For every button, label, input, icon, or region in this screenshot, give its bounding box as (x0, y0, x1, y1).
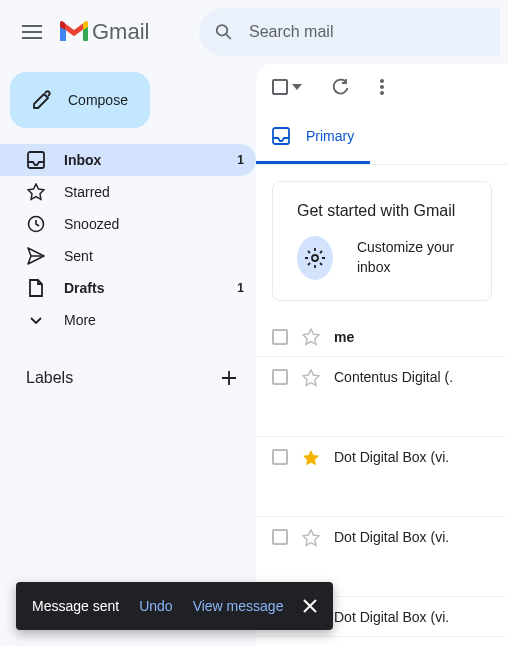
caret-down-icon (292, 84, 302, 90)
nav-sent[interactable]: Sent (0, 240, 256, 272)
nav-label: Starred (64, 184, 244, 200)
view-message-button[interactable]: View message (193, 598, 284, 614)
hamburger-icon (22, 25, 42, 39)
clock-icon (27, 215, 45, 233)
svg-point-2 (217, 25, 228, 36)
toast: Message sent Undo View message (16, 582, 333, 630)
svg-point-5 (380, 79, 384, 83)
get-started-card: Get started with Gmail Customize your in… (272, 181, 492, 301)
email-checkbox[interactable] (272, 369, 288, 385)
star-button[interactable] (302, 529, 320, 547)
star-outline-icon (302, 328, 320, 346)
pencil-icon (32, 90, 52, 110)
sidebar: Compose Inbox 1 Starred Snoozed Sent (0, 64, 256, 646)
star-button[interactable] (302, 328, 320, 346)
email-checkbox[interactable] (272, 529, 288, 545)
nav-drafts[interactable]: Drafts 1 (0, 272, 256, 304)
labels-section: Labels (0, 358, 256, 398)
customize-text: Customize your inbox (357, 238, 467, 277)
checkbox-icon (272, 79, 288, 95)
labels-title: Labels (26, 369, 73, 387)
search-bar[interactable] (199, 8, 500, 56)
gmail-text: Gmail (92, 19, 149, 45)
email-row[interactable]: Contentus Digital (. (256, 357, 508, 437)
get-started-title: Get started with Gmail (297, 202, 467, 220)
nav: Inbox 1 Starred Snoozed Sent Drafts 1 (0, 144, 256, 336)
svg-point-6 (380, 85, 384, 89)
email-row[interactable]: me (256, 317, 508, 357)
main-menu-button[interactable] (8, 8, 56, 56)
star-button[interactable] (302, 369, 320, 387)
compose-button[interactable]: Compose (10, 72, 150, 128)
search-input[interactable] (249, 23, 484, 41)
nav-more[interactable]: More (0, 304, 256, 336)
email-sender: Dot Digital Box (vi. (334, 609, 449, 625)
email-sender: Dot Digital Box (vi. (334, 449, 449, 465)
toast-close-button[interactable] (303, 599, 317, 613)
tab-label: Primary (306, 128, 354, 144)
nav-label: Sent (64, 248, 244, 264)
star-filled-icon (302, 449, 320, 467)
customize-inbox-item[interactable]: Customize your inbox (297, 236, 467, 280)
email-sender: me (334, 329, 354, 345)
close-icon (303, 599, 317, 613)
email-sender: Contentus Digital (. (334, 369, 453, 385)
gmail-logo[interactable]: Gmail (60, 19, 149, 45)
add-label-button[interactable] (220, 369, 238, 387)
plus-icon (220, 369, 238, 387)
toolbar (256, 64, 508, 110)
nav-label: Snoozed (64, 216, 244, 232)
nav-inbox[interactable]: Inbox 1 (0, 144, 256, 176)
file-icon (28, 279, 44, 297)
email-row[interactable]: Dot Digital Box (vi. (256, 437, 508, 517)
email-sender: Dot Digital Box (vi. (334, 529, 449, 545)
send-icon (27, 247, 45, 265)
star-outline-icon (302, 529, 320, 547)
refresh-icon (332, 78, 350, 96)
nav-label: More (64, 312, 244, 328)
tabs: Primary (256, 110, 508, 165)
gear-badge (297, 236, 333, 280)
inbox-icon (27, 151, 45, 169)
nav-count: 1 (237, 281, 244, 295)
star-button[interactable] (302, 449, 320, 467)
undo-button[interactable]: Undo (139, 598, 172, 614)
nav-label: Drafts (64, 280, 237, 296)
email-checkbox[interactable] (272, 329, 288, 345)
toast-message: Message sent (32, 598, 119, 614)
star-outline-icon (302, 369, 320, 387)
gmail-icon (60, 21, 88, 43)
nav-label: Inbox (64, 152, 237, 168)
header: Gmail (0, 0, 508, 64)
compose-label: Compose (68, 92, 128, 108)
star-icon (27, 183, 45, 201)
chevron-down-icon (29, 313, 43, 327)
gear-icon (304, 247, 326, 269)
nav-count: 1 (237, 153, 244, 167)
nav-starred[interactable]: Starred (0, 176, 256, 208)
email-checkbox[interactable] (272, 449, 288, 465)
svg-point-7 (380, 91, 384, 95)
more-button[interactable] (380, 79, 384, 95)
svg-point-9 (312, 255, 318, 261)
search-icon (215, 22, 233, 42)
content: Primary Get started with Gmail Customize… (256, 64, 508, 646)
select-all[interactable] (272, 79, 302, 95)
main: Compose Inbox 1 Starred Snoozed Sent (0, 64, 508, 646)
inbox-icon (272, 127, 290, 145)
more-vert-icon (380, 79, 384, 95)
refresh-button[interactable] (332, 78, 350, 96)
tab-primary[interactable]: Primary (256, 110, 370, 164)
nav-snoozed[interactable]: Snoozed (0, 208, 256, 240)
